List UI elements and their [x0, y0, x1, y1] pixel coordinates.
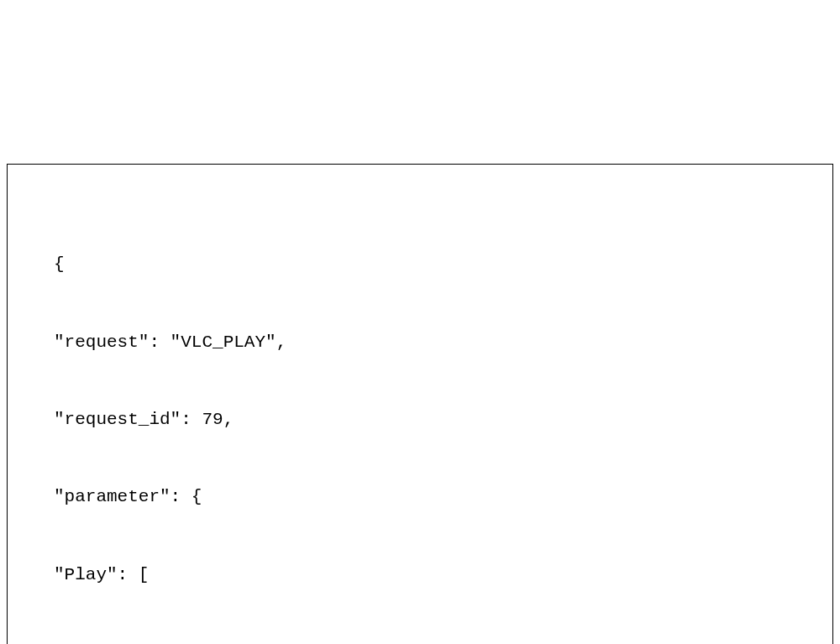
- code-box: { "request": "VLC_PLAY", "request_id": 7…: [7, 164, 833, 644]
- code-line: "request": "VLC_PLAY",: [8, 323, 832, 362]
- code-line: {: [8, 245, 832, 284]
- code-line: "request_id": 79,: [8, 401, 832, 439]
- code-line: "parameter": {: [8, 478, 832, 516]
- code-line: {: [8, 633, 832, 644]
- code-line: "Play": [: [8, 556, 832, 594]
- code-container: { "request": "VLC_PLAY", "request_id": 7…: [8, 207, 832, 644]
